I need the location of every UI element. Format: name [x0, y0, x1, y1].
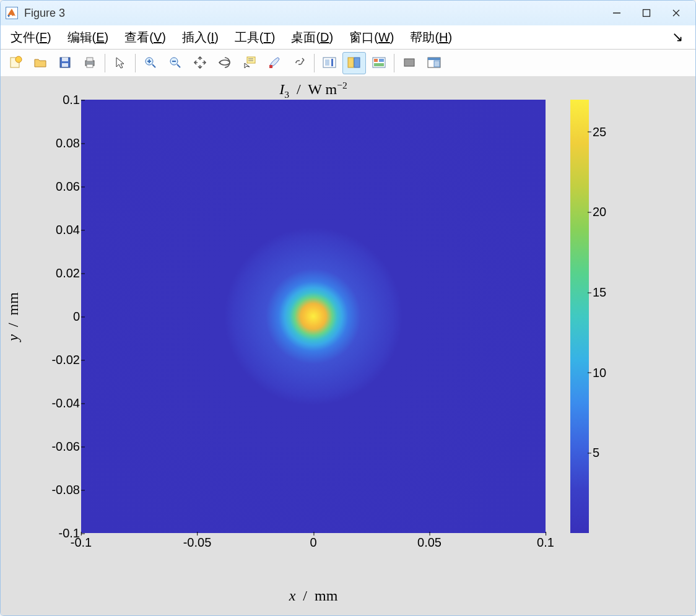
figure-window: Figure 3 文件(F)编辑(E)查看(V)插入(I)工具(T)桌面(D)窗…: [0, 0, 696, 616]
maximize-button[interactable]: [632, 3, 661, 23]
link-button[interactable]: [287, 52, 311, 74]
save-icon: [58, 56, 72, 71]
y-tick: 0.04: [56, 223, 80, 237]
colorbar-tick: 15: [593, 285, 606, 300]
svg-rect-28: [348, 58, 354, 67]
dock-icon: [427, 56, 442, 71]
svg-rect-34: [404, 59, 414, 66]
minimize-button[interactable]: [602, 3, 631, 23]
y-tick: -0.06: [51, 440, 80, 454]
svg-rect-33: [374, 63, 384, 66]
colorbar-tick: 20: [593, 205, 606, 219]
dock-arrow-icon[interactable]: ↘: [672, 29, 692, 45]
y-tick: -0.08: [51, 483, 80, 497]
svg-point-20: [220, 60, 230, 65]
open-button[interactable]: [28, 52, 52, 74]
plot-tools-icon: [372, 56, 386, 71]
menu-f[interactable]: 文件(F): [4, 28, 58, 46]
colorbar-icon: [322, 56, 337, 71]
zoom-in-button[interactable]: [139, 52, 162, 74]
figure-canvas[interactable]: I3 / W m−2 y / mm x / mm -0.1-0.08-0.06-…: [1, 76, 695, 615]
colorbar-tick: 10: [593, 365, 606, 380]
svg-rect-2: [643, 10, 650, 17]
hide-tools-button[interactable]: [398, 52, 421, 74]
svg-rect-8: [62, 58, 68, 61]
svg-rect-9: [62, 63, 68, 67]
toolbar: [1, 50, 695, 77]
svg-rect-26: [325, 59, 329, 66]
save-button[interactable]: [53, 52, 77, 74]
x-tick: -0.05: [183, 536, 212, 550]
x-tick: -0.1: [71, 536, 92, 550]
svg-rect-27: [331, 59, 333, 66]
svg-rect-37: [434, 61, 440, 67]
new-figure-icon: [9, 56, 22, 71]
matlab-icon: [6, 7, 18, 19]
menu-v[interactable]: 查看(V): [118, 28, 172, 46]
menu-h[interactable]: 帮助(H): [404, 28, 458, 46]
svg-rect-24: [269, 65, 272, 68]
x-tick: 0.1: [537, 536, 554, 550]
x-tick: 0.05: [417, 536, 442, 550]
y-tick: 0.02: [56, 266, 80, 280]
menu-e[interactable]: 编辑(E): [61, 28, 115, 46]
brush-button[interactable]: [263, 52, 286, 74]
pan-button[interactable]: [188, 52, 212, 74]
legend-icon: [347, 56, 362, 71]
svg-rect-31: [374, 59, 378, 62]
zoom-out-icon: [168, 56, 182, 71]
svg-rect-11: [87, 58, 93, 61]
svg-line-14: [152, 64, 155, 67]
svg-line-18: [177, 64, 180, 67]
print-icon: [83, 56, 97, 71]
y-tick: -0.04: [51, 396, 80, 410]
hide-tools-icon: [402, 56, 416, 71]
svg-rect-12: [87, 64, 93, 67]
print-button[interactable]: [78, 52, 102, 74]
y-tick: 0: [73, 310, 80, 324]
svg-rect-21: [247, 57, 255, 63]
menu-w[interactable]: 窗口(W): [343, 28, 400, 46]
colorbar-button[interactable]: [318, 52, 341, 74]
plot-tools-button[interactable]: [367, 52, 391, 74]
menubar: 文件(F)编辑(E)查看(V)插入(I)工具(T)桌面(D)窗口(W)帮助(H)…: [1, 25, 695, 50]
pointer-button[interactable]: [108, 52, 132, 74]
brush-icon: [268, 56, 281, 71]
menu-d[interactable]: 桌面(D): [285, 28, 339, 46]
zoom-out-button[interactable]: [163, 52, 187, 74]
colorbar[interactable]: [570, 100, 589, 533]
data-cursor-button[interactable]: [238, 52, 261, 74]
x-tick: 0: [310, 536, 316, 550]
y-tick: -0.02: [51, 353, 80, 367]
rotate-3d-button[interactable]: [213, 52, 237, 74]
pan-icon: [193, 56, 207, 71]
heatmap-image[interactable]: [81, 100, 546, 533]
menu-t[interactable]: 工具(T): [228, 28, 282, 46]
rotate-3d-icon: [218, 56, 232, 71]
menu-i[interactable]: 插入(I): [176, 28, 225, 46]
svg-point-6: [15, 56, 22, 63]
y-tick: 0.06: [56, 180, 80, 194]
zoom-in-icon: [144, 56, 157, 71]
plot-title: I3 / W m−2: [81, 80, 546, 100]
colorbar-tick: 5: [593, 446, 599, 460]
x-axis-label: x / mm: [81, 588, 546, 604]
link-icon: [292, 56, 306, 71]
y-tick: 0.1: [63, 93, 80, 107]
y-axis-label: y / mm: [1, 100, 25, 533]
close-button[interactable]: [662, 3, 690, 23]
titlebar[interactable]: Figure 3: [1, 1, 695, 25]
dock-button[interactable]: [422, 52, 446, 74]
open-icon: [33, 56, 47, 71]
new-figure-button[interactable]: [4, 52, 27, 74]
data-cursor-icon: [243, 56, 256, 71]
colorbar-tick: 25: [593, 124, 606, 139]
y-tick: 0.08: [56, 136, 80, 150]
window-title: Figure 3: [24, 7, 65, 20]
svg-rect-36: [428, 58, 440, 60]
pointer-icon: [113, 56, 127, 71]
legend-button[interactable]: [342, 52, 366, 74]
svg-rect-29: [354, 58, 360, 67]
svg-rect-32: [379, 59, 384, 62]
